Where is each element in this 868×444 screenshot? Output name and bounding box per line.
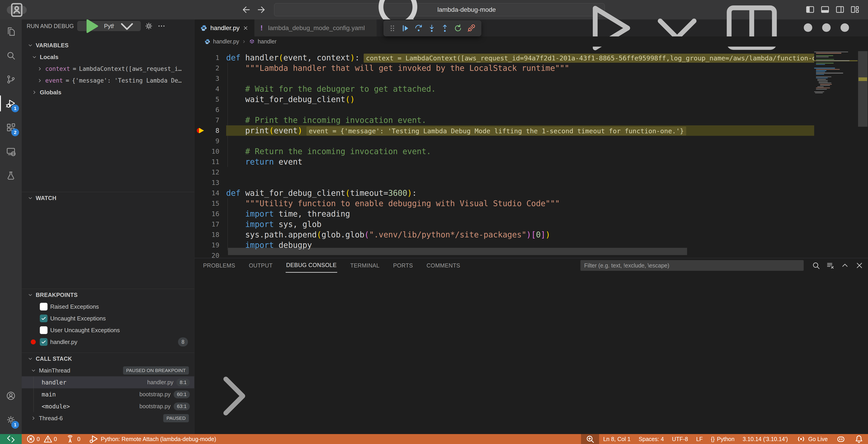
breakpoint-raised-exceptions[interactable]: Raised Exceptions: [22, 301, 194, 313]
line-content[interactable]: def wait_for_debug_client(timeout=3600):: [226, 188, 814, 198]
panel-search-button[interactable]: [811, 261, 820, 270]
encoding-status[interactable]: UTF-8: [668, 434, 692, 444]
command-center-search[interactable]: [274, 3, 605, 16]
breakpoints-header[interactable]: BREAKPOINTS: [22, 289, 194, 301]
activity-extensions[interactable]: 2: [0, 115, 22, 139]
drag-handle-button[interactable]: [386, 22, 398, 34]
line-gutter[interactable]: 19: [194, 240, 226, 250]
line-gutter[interactable]: 3: [194, 73, 226, 84]
maximize-panel-button[interactable]: [840, 261, 849, 270]
debug-settings-button[interactable]: [144, 22, 153, 31]
line-gutter[interactable]: 2: [194, 63, 226, 73]
panel-tab-problems[interactable]: PROBLEMS: [203, 259, 236, 272]
vertical-scrollbar[interactable]: [858, 47, 868, 258]
language-mode-status[interactable]: {}Python: [707, 434, 739, 444]
line-content[interactable]: # Wait for the debugger to get attached.: [226, 84, 814, 94]
debug-config-dropdown[interactable]: Python: Rem: [78, 21, 141, 31]
line-gutter[interactable]: 17: [194, 219, 226, 230]
step-into-button[interactable]: [426, 22, 438, 34]
debug-console-filter[interactable]: [580, 260, 804, 271]
breadcrumb-symbol[interactable]: handler: [257, 38, 276, 45]
ports-status[interactable]: 0: [61, 434, 85, 444]
line-gutter[interactable]: 6: [194, 105, 226, 115]
checkbox[interactable]: [40, 315, 48, 322]
line-gutter[interactable]: 1: [194, 53, 226, 63]
line-content[interactable]: # Return the incoming invocation event.: [226, 146, 814, 157]
eol-status[interactable]: LF: [692, 434, 707, 444]
line-gutter[interactable]: 9: [194, 136, 226, 146]
notifications-button[interactable]: [850, 434, 868, 444]
checkbox[interactable]: [40, 303, 48, 310]
line-content[interactable]: sys.path.append(glob.glob(".venv/lib/pyt…: [226, 230, 814, 240]
close-tab-button[interactable]: [243, 25, 249, 31]
activity-settings[interactable]: 1: [0, 408, 22, 432]
line-content[interactable]: [226, 73, 814, 84]
step-over-button[interactable]: [413, 22, 425, 34]
start-debugging-icon[interactable]: [81, 20, 102, 36]
tab-handler-py[interactable]: handler.py: [194, 20, 254, 36]
line-content[interactable]: import time, threading: [226, 209, 814, 219]
line-gutter[interactable]: 10: [194, 146, 226, 157]
scope-globals[interactable]: Globals: [22, 86, 194, 98]
line-content[interactable]: [226, 167, 814, 177]
search-input[interactable]: [437, 6, 512, 13]
restart-button[interactable]: [452, 22, 464, 34]
line-content[interactable]: """Lambda handler that will get invoked …: [226, 63, 814, 73]
activity-remote-explorer[interactable]: [0, 139, 22, 164]
thread-thread-6[interactable]: Thread-6PAUSED: [22, 412, 194, 424]
scope-locals[interactable]: Locals: [22, 51, 194, 63]
continue-button[interactable]: [400, 22, 411, 34]
python-interpreter-status[interactable]: 3.10.14 ('3.10.14'): [739, 434, 792, 444]
zoom-indicator[interactable]: [581, 434, 599, 444]
variable-context[interactable]: context = LambdaContext([aws_request_i…: [22, 63, 194, 75]
line-content[interactable]: """Utility function to enable debugging …: [226, 198, 814, 209]
line-gutter[interactable]: 4: [194, 84, 226, 94]
activity-testing[interactable]: [0, 164, 22, 187]
checkbox[interactable]: [40, 326, 48, 334]
panel-tab-terminal[interactable]: TERMINAL: [350, 259, 380, 272]
panel-tab-debug-console[interactable]: DEBUG CONSOLE: [286, 258, 337, 273]
filter-input[interactable]: [584, 262, 800, 269]
line-gutter[interactable]: 16: [194, 209, 226, 219]
window-controls-pill[interactable]: [7, 6, 27, 14]
indentation-status[interactable]: Spaces: 4: [634, 434, 668, 444]
debug-session-status[interactable]: Python: Remote Attach (lambda-debug-mode…: [85, 434, 220, 444]
line-gutter[interactable]: 11: [194, 157, 226, 167]
panel-tab-ports[interactable]: PORTS: [393, 259, 413, 272]
checkbox[interactable]: [40, 338, 48, 346]
code-editor[interactable]: 1def handler(event, context):context = L…: [194, 47, 814, 258]
panel-tab-output[interactable]: OUTPUT: [248, 259, 273, 272]
activity-explorer[interactable]: [0, 20, 22, 43]
line-content[interactable]: print(event)event = {'message': 'Testing…: [226, 125, 814, 136]
line-gutter[interactable]: 14: [194, 188, 226, 198]
scrollbar-slider[interactable]: [858, 51, 868, 127]
line-content[interactable]: [226, 105, 814, 115]
activity-source-control[interactable]: [0, 67, 22, 91]
line-gutter[interactable]: 7: [194, 115, 226, 125]
breadcrumb[interactable]: handler.py handler: [194, 36, 868, 47]
line-content[interactable]: [226, 177, 814, 188]
line-content[interactable]: return event: [226, 157, 814, 167]
breakpoint-uncaught-exceptions[interactable]: Uncaught Exceptions: [22, 313, 194, 324]
clear-console-button[interactable]: [826, 261, 835, 270]
variable-event[interactable]: event = {'message': 'Testing Lambda De…: [22, 75, 194, 86]
breakpoint-user-uncaught-exceptions[interactable]: User Uncaught Exceptions: [22, 324, 194, 336]
activity-run-and-debug[interactable]: 1: [0, 91, 22, 115]
cursor-position-status[interactable]: Ln 8, Col 1: [599, 434, 634, 444]
line-content[interactable]: import sys, glob: [226, 219, 814, 230]
breakpoint-handler-py[interactable]: handler.py8: [22, 336, 194, 348]
thread-mainthread[interactable]: MainThreadPAUSED ON BREAKPOINT: [22, 364, 194, 376]
stack-frame-module[interactable]: <module>bootstrap.py63:1: [22, 400, 194, 412]
horizontal-scrollbar[interactable]: [228, 248, 687, 255]
navigate-back-button[interactable]: [241, 4, 251, 15]
line-gutter[interactable]: 13: [194, 177, 226, 188]
go-live-button[interactable]: Go Live: [792, 434, 832, 444]
panel-tab-comments[interactable]: COMMENTS: [426, 259, 461, 272]
line-content[interactable]: [226, 136, 814, 146]
close-panel-button[interactable]: [855, 261, 864, 270]
activity-accounts[interactable]: [0, 384, 22, 408]
stack-frame-main[interactable]: mainbootstrap.py60:1: [22, 388, 194, 400]
line-gutter[interactable]: 15: [194, 198, 226, 209]
copilot-status[interactable]: [832, 434, 850, 444]
line-content[interactable]: def handler(event, context):context = La…: [226, 53, 814, 63]
